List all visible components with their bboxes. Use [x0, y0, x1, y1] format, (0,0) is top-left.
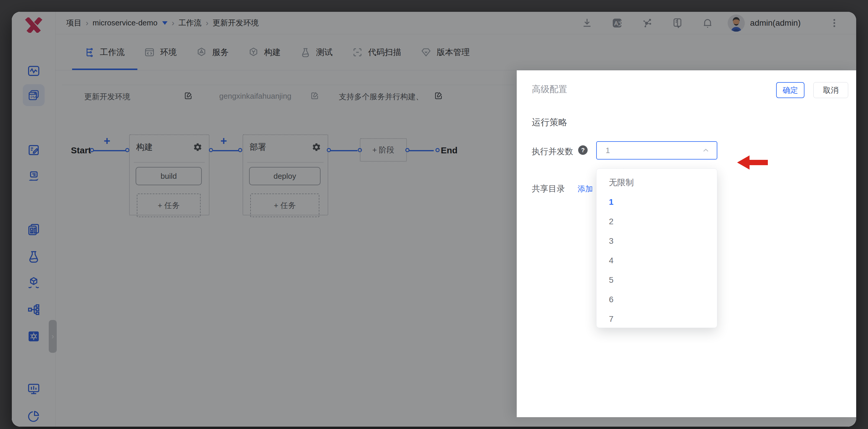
concurrency-dropdown: 无限制 1 2 3 4 5 6 7	[596, 168, 717, 328]
screen: PM	[0, 0, 868, 429]
app-window: PM	[12, 12, 856, 427]
confirm-button[interactable]: 确定	[776, 82, 804, 98]
dropdown-arrow-notch	[616, 168, 623, 173]
chevron-up-icon	[701, 146, 710, 155]
shared-directory-add-link[interactable]: 添加	[578, 184, 593, 194]
advanced-config-drawer: 高级配置 确定 取消 运行策略 执行并发数 1 共享目录 添加 无限制 1 2 …	[517, 70, 856, 417]
help-icon[interactable]	[578, 145, 588, 155]
cancel-button[interactable]: 取消	[813, 82, 848, 98]
dropdown-option[interactable]: 3	[596, 231, 717, 251]
concurrency-select[interactable]: 1	[596, 141, 717, 159]
dropdown-option[interactable]: 7	[596, 309, 717, 328]
dropdown-option[interactable]: 无限制	[596, 173, 717, 192]
run-policy-section-title: 运行策略	[532, 116, 567, 128]
concurrency-label: 执行并发数	[532, 146, 573, 157]
select-value: 1	[606, 146, 610, 155]
dropdown-option[interactable]: 4	[596, 251, 717, 270]
annotation-arrow-icon	[737, 155, 770, 170]
drawer-title: 高级配置	[532, 83, 567, 95]
shared-directory-label: 共享目录	[532, 183, 565, 194]
dropdown-option[interactable]: 5	[596, 270, 717, 290]
dropdown-option[interactable]: 2	[596, 212, 717, 231]
dropdown-option-selected[interactable]: 1	[596, 192, 717, 212]
dropdown-option[interactable]: 6	[596, 290, 717, 309]
